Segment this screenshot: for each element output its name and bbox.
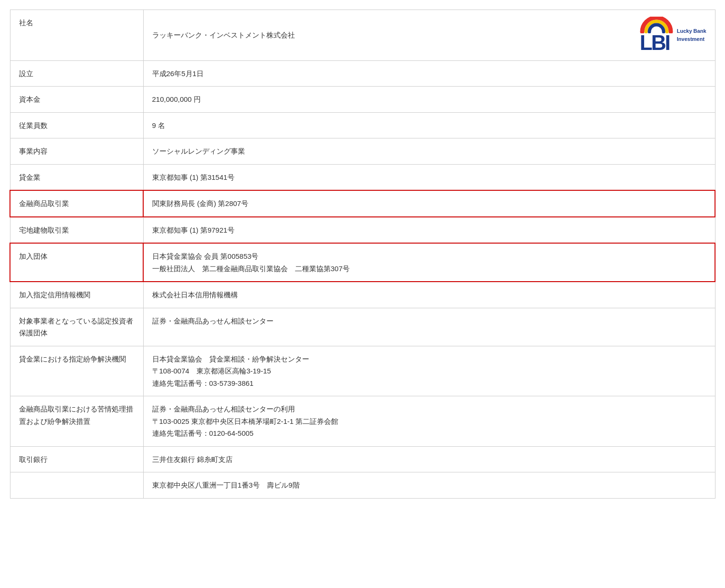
value-address: 東京都中央区八重洲一丁目1番3号 壽ビル9階 (143, 472, 715, 499)
table-row-investor-protection: 対象事業者となっている認定投資者保護団体証券・金融商品あっせん相談センター (10, 308, 715, 346)
table-row-financial-instruments: 金融商品取引業関東財務局長 (金商) 第2807号 (10, 190, 715, 217)
label-membership: 加入団体 (10, 243, 143, 282)
company-info-table: 社名ラッキーバンク・インベストメント株式会社 LBI (10, 10, 715, 499)
table-row-founded: 設立平成26年5月1日 (10, 60, 715, 87)
value-capital: 210,000,000 円 (143, 87, 715, 113)
value-real-estate: 東京都知事 (1) 第97921号 (143, 217, 715, 244)
table-row-real-estate: 宅地建物取引業東京都知事 (1) 第97921号 (10, 217, 715, 244)
value-dispute-resolution: 日本貸金業協会 貸金業相談・紛争解決センター〒108-0074 東京都港区高輪3… (143, 346, 715, 396)
value-company-name: ラッキーバンク・インベストメント株式会社 LBI (143, 10, 715, 61)
label-bank: 取引銀行 (10, 446, 143, 472)
label-employees: 従業員数 (10, 112, 143, 138)
table-row-company-name: 社名ラッキーバンク・インベストメント株式会社 LBI (10, 10, 715, 61)
label-dispute-resolution: 貸金業における指定紛争解決機関 (10, 346, 143, 396)
logo-line2: Investment (677, 35, 706, 43)
table-row-address: 東京都中央区八重洲一丁目1番3号 壽ビル9階 (10, 472, 715, 499)
label-capital: 資本金 (10, 87, 143, 113)
value-business: ソーシャルレンディング事業 (143, 138, 715, 165)
value-bank: 三井住友銀行 錦糸町支店 (143, 446, 715, 472)
label-real-estate: 宅地建物取引業 (10, 217, 143, 244)
table-row-lending: 貸金業東京都知事 (1) 第31541号 (10, 164, 715, 190)
label-complaints: 金融商品取引業における苦情処理措置および紛争解決措置 (10, 396, 143, 447)
table-row-business: 事業内容ソーシャルレンディング事業 (10, 138, 715, 165)
table-row-capital: 資本金210,000,000 円 (10, 87, 715, 113)
company-logo: LBI Lucky Bank Investment (640, 17, 706, 54)
label-credit-info: 加入指定信用情報機関 (10, 282, 143, 308)
table-row-credit-info: 加入指定信用情報機関株式会社日本信用情報機構 (10, 282, 715, 308)
label-lending: 貸金業 (10, 164, 143, 190)
value-employees: 9 名 (143, 112, 715, 138)
logo-letters: LBI (640, 32, 673, 53)
table-row-employees: 従業員数9 名 (10, 112, 715, 138)
value-lending: 東京都知事 (1) 第31541号 (143, 164, 715, 190)
value-founded: 平成26年5月1日 (143, 60, 715, 87)
table-row-dispute-resolution: 貸金業における指定紛争解決機関日本貸金業協会 貸金業相談・紛争解決センター〒10… (10, 346, 715, 396)
table-row-complaints: 金融商品取引業における苦情処理措置および紛争解決措置証券・金融商品あっせん相談セ… (10, 396, 715, 447)
logo-brand-text: Lucky Bank Investment (677, 27, 706, 43)
logo-line1: Lucky Bank (677, 27, 706, 35)
value-financial-instruments: 関東財務局長 (金商) 第2807号 (143, 190, 715, 217)
value-credit-info: 株式会社日本信用情報機構 (143, 282, 715, 308)
label-business: 事業内容 (10, 138, 143, 165)
value-membership: 日本貸金業協会 会員 第005853号一般社団法人 第二種金融商品取引業協会 二… (143, 243, 715, 282)
label-company-name: 社名 (10, 10, 143, 61)
table-row-membership: 加入団体日本貸金業協会 会員 第005853号一般社団法人 第二種金融商品取引業… (10, 243, 715, 282)
company-name-text: ラッキーバンク・インベストメント株式会社 (152, 29, 295, 41)
label-investor-protection: 対象事業者となっている認定投資者保護団体 (10, 308, 143, 346)
table-row-bank: 取引銀行三井住友銀行 錦糸町支店 (10, 446, 715, 472)
label-financial-instruments: 金融商品取引業 (10, 190, 143, 217)
label-founded: 設立 (10, 60, 143, 87)
label-address (10, 472, 143, 499)
value-investor-protection: 証券・金融商品あっせん相談センター (143, 308, 715, 346)
value-complaints: 証券・金融商品あっせん相談センターの利用〒103-0025 東京都中央区日本橋茅… (143, 396, 715, 447)
